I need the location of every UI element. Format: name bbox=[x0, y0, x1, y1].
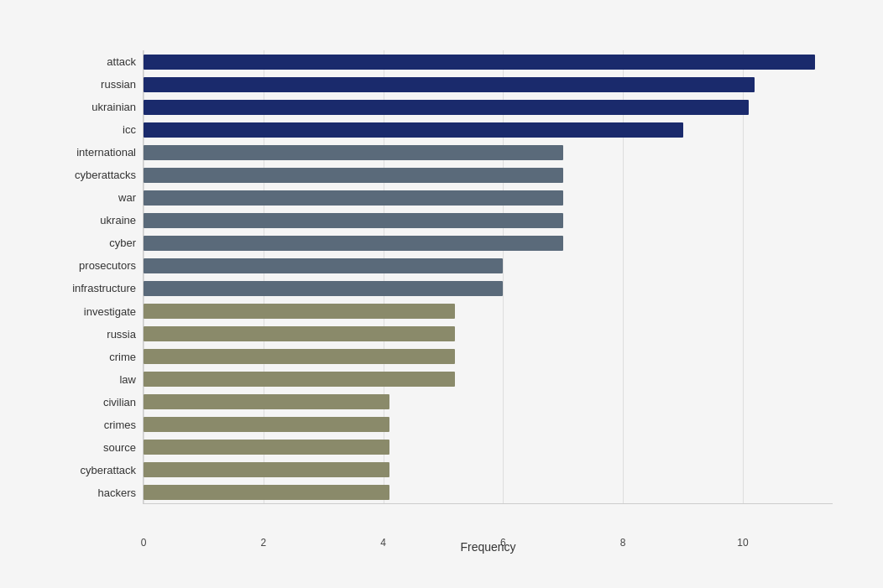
bar-row bbox=[144, 483, 833, 502]
x-axis-label: Frequency bbox=[144, 540, 833, 554]
grid-line bbox=[144, 50, 144, 503]
bar bbox=[144, 372, 455, 387]
y-label: ukraine bbox=[50, 215, 136, 226]
bar bbox=[144, 304, 455, 319]
bar bbox=[144, 440, 389, 455]
bar bbox=[144, 213, 563, 228]
bar bbox=[144, 417, 389, 432]
y-label: crime bbox=[50, 351, 136, 362]
y-label: investigate bbox=[50, 306, 136, 317]
bar-row bbox=[144, 302, 833, 320]
bar bbox=[144, 394, 389, 409]
bar bbox=[144, 122, 683, 138]
bar bbox=[144, 236, 563, 251]
bar bbox=[144, 462, 389, 477]
bar-row bbox=[144, 370, 833, 388]
bar bbox=[144, 168, 563, 183]
y-label: source bbox=[50, 442, 136, 453]
bar-row bbox=[144, 143, 833, 162]
y-label: civilian bbox=[50, 397, 136, 408]
bar-row bbox=[144, 347, 833, 366]
bar-row bbox=[144, 438, 833, 456]
bar-row bbox=[144, 257, 833, 275]
bar-row bbox=[144, 279, 833, 298]
y-label: hackers bbox=[50, 487, 136, 498]
bar bbox=[144, 281, 503, 296]
y-label: prosecutors bbox=[50, 260, 136, 271]
grid-line bbox=[264, 50, 264, 503]
bar-row bbox=[144, 75, 833, 94]
y-label: icc bbox=[50, 124, 136, 135]
grid-line bbox=[503, 50, 504, 503]
plot-area: 0246810Frequency bbox=[143, 50, 833, 504]
bar bbox=[144, 190, 563, 206]
grid-line bbox=[384, 50, 384, 503]
bar-row bbox=[144, 98, 833, 117]
bar-row bbox=[144, 393, 833, 411]
bar bbox=[144, 145, 563, 160]
y-label: russian bbox=[50, 79, 136, 90]
bar-row bbox=[144, 53, 833, 71]
bar bbox=[144, 55, 815, 70]
bar-row bbox=[144, 189, 833, 207]
y-label: attack bbox=[50, 56, 136, 67]
bar bbox=[144, 77, 755, 92]
y-label: cyber bbox=[50, 237, 136, 248]
y-label: cyberattacks bbox=[50, 169, 136, 180]
y-axis: attackrussianukrainianiccinternationalcy… bbox=[50, 50, 143, 504]
y-label: crimes bbox=[50, 419, 136, 430]
grid-line bbox=[743, 50, 744, 503]
chart-area: attackrussianukrainianiccinternationalcy… bbox=[50, 50, 833, 504]
y-label: cyberattack bbox=[50, 465, 136, 476]
grid-line bbox=[623, 50, 624, 503]
bar-row bbox=[144, 121, 833, 139]
chart-container: attackrussianukrainianiccinternationalcy… bbox=[17, 17, 866, 588]
y-label: infrastructure bbox=[50, 283, 136, 294]
bar-row bbox=[144, 325, 833, 343]
y-label: war bbox=[50, 192, 136, 203]
y-label: international bbox=[50, 147, 136, 158]
y-label: law bbox=[50, 374, 136, 385]
bar bbox=[144, 100, 749, 115]
bar bbox=[144, 349, 455, 364]
bar-row bbox=[144, 415, 833, 434]
bar-row bbox=[144, 166, 833, 185]
bar bbox=[144, 326, 455, 341]
bar bbox=[144, 258, 503, 273]
bar-row bbox=[144, 211, 833, 230]
bar-row bbox=[144, 461, 833, 479]
bar bbox=[144, 485, 389, 500]
y-label: russia bbox=[50, 329, 136, 340]
bar-row bbox=[144, 234, 833, 252]
y-label: ukrainian bbox=[50, 101, 136, 112]
